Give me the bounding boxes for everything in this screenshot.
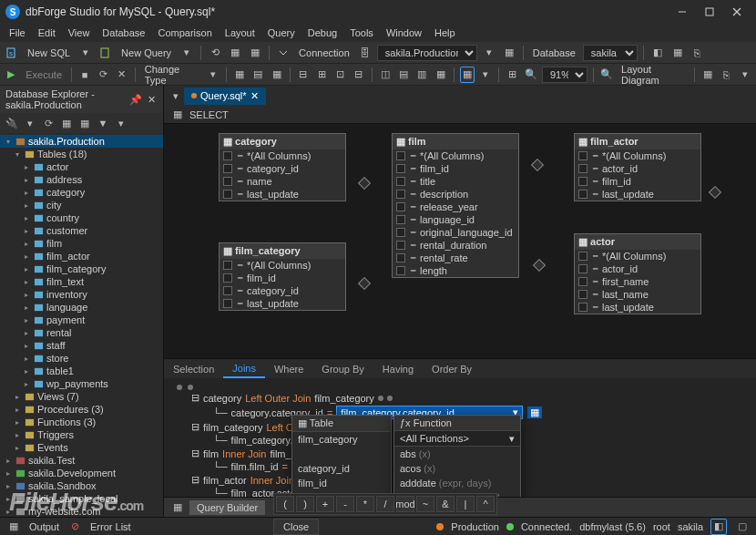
filter-icon[interactable]: ▼ [95, 115, 111, 131]
tree-folder[interactable]: ▸Views (7) [0, 390, 163, 403]
layout-diagram-button[interactable]: Layout Diagram [618, 64, 689, 86]
operator-button[interactable]: mod [396, 496, 414, 512]
popup-item[interactable]: film_id [292, 476, 391, 490]
toolbar-icon[interactable]: ▦ [247, 45, 263, 61]
menu-database[interactable]: Database [97, 26, 150, 40]
new-sql-icon[interactable]: S [4, 45, 20, 61]
join-table[interactable]: film_category [314, 393, 373, 404]
diagram-column[interactable]: ━language_id [393, 213, 518, 226]
toolbar-icon[interactable]: ▾ [481, 45, 497, 61]
menu-edit[interactable]: Edit [33, 26, 61, 40]
tree-table-film_category[interactable]: ▸film_category [0, 262, 163, 275]
new-query-button[interactable]: New Query [117, 47, 175, 58]
diagram-column[interactable]: ━last_update [575, 301, 700, 314]
diagram-column[interactable]: ━length [393, 264, 518, 277]
tree-table-category[interactable]: ▸category [0, 186, 163, 199]
diagram-column[interactable]: ━title [393, 175, 518, 188]
tree-folder[interactable]: ▸Procedures (3) [0, 403, 163, 416]
tab-close-icon[interactable]: ✕ [250, 90, 259, 102]
refresh-icon[interactable]: ⟳ [96, 67, 110, 83]
menu-tools[interactable]: Tools [344, 26, 379, 40]
tree-tables-folder[interactable]: ▾Tables (18) [0, 148, 163, 160]
qtab-selection[interactable]: Selection [164, 361, 223, 377]
toolbar-icon[interactable]: ▦ [460, 67, 475, 83]
menu-view[interactable]: View [63, 26, 96, 40]
toolbar-icon[interactable]: ▦ [269, 67, 283, 83]
dropdown-icon[interactable]: ▾ [738, 67, 752, 83]
diagram-table-category[interactable]: ▦ category━*(All Columns)━category_id━na… [219, 133, 346, 201]
tree-table-film_text[interactable]: ▸film_text [0, 275, 163, 288]
new-sql-button[interactable]: New SQL [24, 47, 74, 58]
tree-table-film[interactable]: ▸film [0, 237, 163, 250]
operator-button[interactable]: ^ [476, 496, 495, 512]
tree-table-film_actor[interactable]: ▸film_actor [0, 250, 163, 262]
toolbar-icon[interactable]: ⎘ [690, 45, 706, 61]
tree-table-language[interactable]: ▸language [0, 301, 163, 314]
query-type-icon[interactable]: ▦ [169, 107, 186, 123]
relation-node-icon[interactable] [358, 277, 371, 290]
tree-table-wp_payments[interactable]: ▸wp_payments [0, 377, 163, 390]
qtab-order-by[interactable]: Order By [423, 361, 481, 377]
diagram-table-film_actor[interactable]: ▦ film_actor━*(All Columns)━actor_id━fil… [574, 133, 701, 201]
new-connection-icon[interactable]: 🔌 [4, 115, 20, 131]
operator-button[interactable]: & [436, 496, 455, 512]
menu-query[interactable]: Query [262, 26, 301, 40]
tree-connection[interactable]: ▸my-website.com [0, 505, 163, 517]
toolbar-icon[interactable]: ◧ [649, 45, 666, 61]
function-popup[interactable]: ƒx Function <All Functions> ▾ abs (x)aco… [393, 415, 521, 497]
toolbar-icon[interactable]: ▤ [396, 67, 411, 83]
dropdown-icon[interactable]: ▾ [113, 115, 129, 131]
tree-table-inventory[interactable]: ▸inventory [0, 288, 163, 301]
qtab-joins[interactable]: Joins [223, 360, 265, 378]
qtab-having[interactable]: Having [373, 361, 423, 377]
tree-table-payment[interactable]: ▸payment [0, 314, 163, 326]
diagram-column[interactable]: ━rental_duration [393, 239, 518, 252]
diagram-column[interactable]: ━*(All Columns) [393, 149, 518, 162]
change-type-button[interactable]: Change Type [141, 64, 202, 86]
diagram-table-film[interactable]: ▦ film━*(All Columns)━film_id━title━desc… [392, 133, 519, 278]
toolbar-icon[interactable]: ▦ [434, 67, 448, 83]
toolbar-icon[interactable]: ⟲ [207, 45, 223, 61]
diagram-column[interactable]: ━actor_id [575, 162, 700, 175]
popup-function-item[interactable]: adddate (expr, days) [394, 476, 520, 490]
operator-button[interactable]: / [376, 496, 394, 512]
tree-table-customer[interactable]: ▸customer [0, 224, 163, 237]
database-select[interactable]: sakila [583, 45, 638, 61]
toolbar-icon[interactable]: ⊡ [332, 67, 347, 83]
explorer-tree[interactable]: ▾sakila.Production▾Tables (18)▸actor▸add… [0, 133, 163, 517]
qtab-where[interactable]: Where [265, 361, 312, 377]
diagram-column[interactable]: ━first_name [575, 275, 700, 288]
diagram-column[interactable]: ━last_update [220, 297, 345, 310]
toolbar-icon[interactable]: ▾ [22, 115, 38, 131]
tree-table-table1[interactable]: ▸table1 [0, 365, 163, 377]
pin-icon[interactable]: 📌 [129, 91, 142, 108]
menu-layout[interactable]: Layout [220, 26, 261, 40]
toolbar-icon[interactable]: ⊞ [505, 67, 519, 83]
popup-item[interactable] [292, 447, 391, 461]
diagram-column[interactable]: ━rental_rate [393, 252, 518, 264]
tree-table-staff[interactable]: ▸staff [0, 339, 163, 352]
tree-connection[interactable]: ▸sakila_sample_local [0, 492, 163, 505]
diagram-column[interactable]: ━name [220, 175, 345, 188]
tree-connection[interactable]: ▸sakila.Sandbox [0, 479, 163, 492]
document-tab[interactable]: Query.sql* ✕ [184, 87, 266, 105]
toolbar-icon[interactable]: ▦ [58, 115, 75, 131]
tree-table-city[interactable]: ▸city [0, 199, 163, 211]
join-col[interactable]: film.film_id [231, 461, 279, 472]
layout-icon[interactable]: ◧ [710, 519, 727, 535]
layout-icon[interactable]: 🔍 [599, 67, 614, 83]
diagram-column[interactable]: ━last_name [575, 288, 700, 301]
popup-function-item[interactable]: acos (x) [394, 461, 520, 476]
diagram-column[interactable]: ━category_id [220, 162, 345, 175]
diagram-column[interactable]: ━*(All Columns) [575, 250, 700, 262]
menu-help[interactable]: Help [429, 26, 461, 40]
toolbar-icon[interactable]: ⊟ [296, 67, 311, 83]
diagram-column[interactable]: ━*(All Columns) [220, 149, 345, 162]
close-icon[interactable]: ✕ [146, 91, 158, 108]
menu-debug[interactable]: Debug [302, 26, 342, 40]
operator-button[interactable]: + [316, 496, 334, 512]
table-popup[interactable]: ▦ Table film_category category_idfilm_id… [291, 415, 392, 497]
tree-table-country[interactable]: ▸country [0, 211, 163, 224]
operator-button[interactable]: - [336, 496, 354, 512]
diagram-table-actor[interactable]: ▦ actor━*(All Columns)━actor_id━first_na… [574, 233, 701, 314]
